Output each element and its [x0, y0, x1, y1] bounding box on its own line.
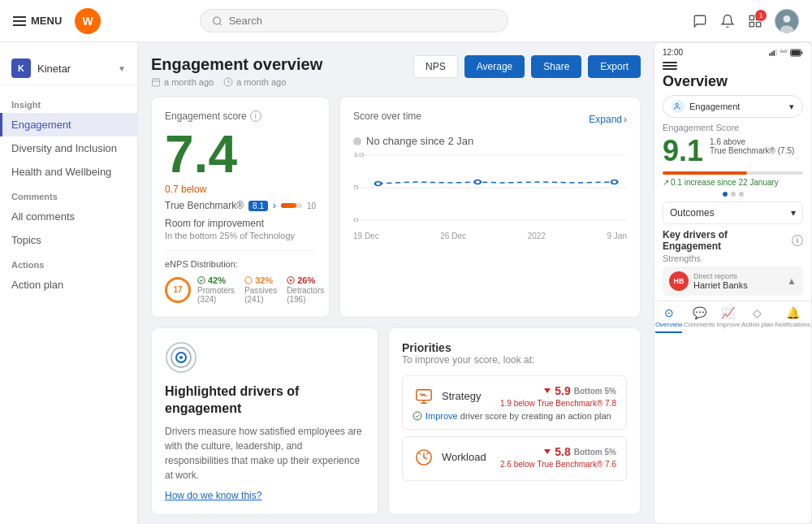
- priority-name-workload: Workload: [412, 446, 486, 469]
- section-label-comments: Comments: [0, 184, 137, 205]
- svg-rect-11: [153, 79, 160, 86]
- expand-person-icon: ▲: [787, 275, 797, 287]
- sidebar-item-topics[interactable]: Topics: [0, 228, 137, 252]
- promoter-pct: 42%: [197, 275, 235, 285]
- promoter-label: Promoters (324): [197, 286, 235, 304]
- chart-svg: 10 5 0: [353, 147, 627, 228]
- org-badge: K: [11, 58, 31, 78]
- drivers-desc: Drivers measure how satisfied employees …: [165, 424, 365, 483]
- phone-nav-notifications[interactable]: 🔔 Notifications: [775, 306, 810, 333]
- svg-point-28: [474, 180, 481, 184]
- action-key-strategy: Improve: [425, 411, 458, 421]
- org-selector[interactable]: K Kinetar ▼: [0, 52, 137, 85]
- notification-badge: 1: [755, 10, 767, 21]
- dot-3: [739, 192, 744, 197]
- enps-label: eNPS Distribution:: [165, 259, 316, 269]
- person-role: Direct reports: [693, 272, 748, 280]
- main-content: Engagement overview a month ago a month …: [138, 42, 654, 524]
- phone-signal-icons: [769, 49, 803, 57]
- phone-time: 12:00: [663, 48, 683, 57]
- phone-progress-bar: [663, 171, 803, 175]
- svg-point-27: [375, 182, 382, 186]
- phone-nav-comments-label: Comments: [684, 321, 715, 328]
- benchmark-arrow-icon: ›: [273, 200, 276, 211]
- menu-label: MENU: [31, 15, 62, 27]
- priorities-card: Priorities To improve your score, look a…: [388, 327, 641, 515]
- search-input[interactable]: [229, 15, 496, 27]
- svg-marker-38: [544, 449, 551, 454]
- phone-nav-improve[interactable]: 📈 Improve: [716, 306, 740, 333]
- engagement-score-card: Engagement score i 7.4 0.7 below True Be…: [151, 97, 330, 318]
- chart-label-1: 19 Dec: [353, 232, 379, 240]
- phone-nav-action-plan[interactable]: ◇ Action plan: [741, 306, 774, 333]
- phone-score-label: Engagement Score: [663, 123, 803, 132]
- engagement-info-icon[interactable]: i: [250, 110, 261, 122]
- priority-score-strategy: 5.9 Bottom 5% 1.9 below True Benchmark® …: [500, 384, 616, 408]
- phone-score-big: 9.1: [663, 134, 703, 168]
- priority-benchmark-strategy: 1.9 below True Benchmark® 7.8: [500, 399, 616, 408]
- phone-nav-improve-label: Improve: [716, 321, 740, 328]
- key-drivers-info-icon[interactable]: i: [792, 235, 803, 246]
- phone-person-card[interactable]: HB Direct reports Harriet Banks ▲: [663, 266, 803, 296]
- benchmark-progress: [281, 203, 302, 208]
- enps-section: eNPS Distribution: 17 42% Promoters (324…: [165, 250, 316, 304]
- export-button[interactable]: Export: [588, 55, 641, 78]
- share-button[interactable]: Share: [531, 55, 581, 78]
- phone-engagement-label: Engagement: [689, 102, 740, 111]
- grid-icon[interactable]: 1: [747, 13, 763, 29]
- highlighted-drivers-card: Highlighted drivers of engagement Driver…: [151, 327, 378, 515]
- enps-stats: 42% Promoters (324) 32% Passives (241): [197, 275, 324, 304]
- search-bar[interactable]: [200, 9, 508, 32]
- sidebar-item-health[interactable]: Health and Wellbeing: [0, 160, 137, 184]
- user-avatar[interactable]: [775, 9, 799, 33]
- sidebar-item-all-comments[interactable]: All comments: [0, 205, 137, 228]
- dot-2: [731, 192, 736, 197]
- person-name: Harriet Banks: [693, 280, 748, 290]
- svg-rect-41: [773, 50, 775, 56]
- overview-nav-icon: ⊙: [664, 306, 674, 319]
- score-time-expand[interactable]: Expand ›: [589, 114, 627, 125]
- average-button[interactable]: Average: [464, 55, 525, 78]
- sidebar-item-action-plan[interactable]: Action plan: [0, 273, 137, 297]
- logo-icon: W: [75, 8, 101, 34]
- sidebar-item-diversity[interactable]: Diversity and Inclusion: [0, 136, 137, 160]
- menu-button[interactable]: MENU: [13, 15, 62, 27]
- benchmark-max: 10: [307, 201, 316, 210]
- priority-score-workload: 5.8 Bottom 5% 2.6 below True Benchmark® …: [500, 445, 616, 469]
- phone-outcomes-section[interactable]: Outcomes ▾: [654, 201, 811, 229]
- phone-benchmark-val: True Benchmark® (7.5): [710, 146, 794, 155]
- phone-bottom-nav: ⊙ Overview 💬 Comments 📈 Improve ◇ Action…: [654, 301, 811, 338]
- phone-engagement-toggle[interactable]: Engagement ▾: [654, 95, 811, 123]
- phone-outcomes-label: Outcomes: [670, 207, 715, 219]
- meta-date1: a month ago: [151, 77, 214, 87]
- action-plan-nav-icon: ◇: [753, 306, 762, 319]
- phone-title: Overview: [663, 73, 803, 90]
- phone-key-drivers-title: Key drivers of Engagement i: [663, 229, 803, 252]
- dot-1: [723, 192, 728, 197]
- priority-name-strategy: Strategy: [412, 385, 481, 408]
- nps-button[interactable]: NPS: [413, 55, 458, 78]
- svg-point-29: [611, 180, 618, 184]
- phone-nav-comments[interactable]: 💬 Comments: [684, 306, 715, 333]
- strategy-icon: [412, 385, 435, 408]
- phone-nav-overview[interactable]: ⊙ Overview: [655, 306, 682, 333]
- org-name: Kinetar: [37, 63, 71, 75]
- sidebar-item-engagement[interactable]: Engagement: [0, 113, 137, 136]
- bottom-row: Highlighted drivers of engagement Driver…: [151, 327, 641, 515]
- workload-icon: [412, 446, 435, 469]
- chat-icon[interactable]: [692, 13, 708, 29]
- chevron-down-outcomes: ▾: [791, 207, 796, 219]
- priority-action-strategy: Improve driver score by creating an acti…: [412, 411, 616, 421]
- hamburger-icon: [13, 16, 26, 26]
- phone-hamburger[interactable]: [654, 58, 811, 73]
- phone-key-drivers-section: Key drivers of Engagement i Strengths HB…: [654, 229, 811, 301]
- drivers-link[interactable]: How do we know this?: [165, 490, 261, 501]
- drivers-title: Highlighted drivers of engagement: [165, 383, 365, 418]
- svg-rect-6: [756, 22, 760, 26]
- bell-icon[interactable]: [719, 13, 736, 29]
- priority-badge-strategy: Bottom 5%: [574, 387, 616, 396]
- room-sub: In the bottom 25% of Technology: [165, 231, 316, 240]
- svg-text:W: W: [83, 15, 94, 28]
- priority-badge-workload: Bottom 5%: [574, 448, 616, 457]
- phone-outcomes-toggle[interactable]: Outcomes ▾: [663, 201, 803, 224]
